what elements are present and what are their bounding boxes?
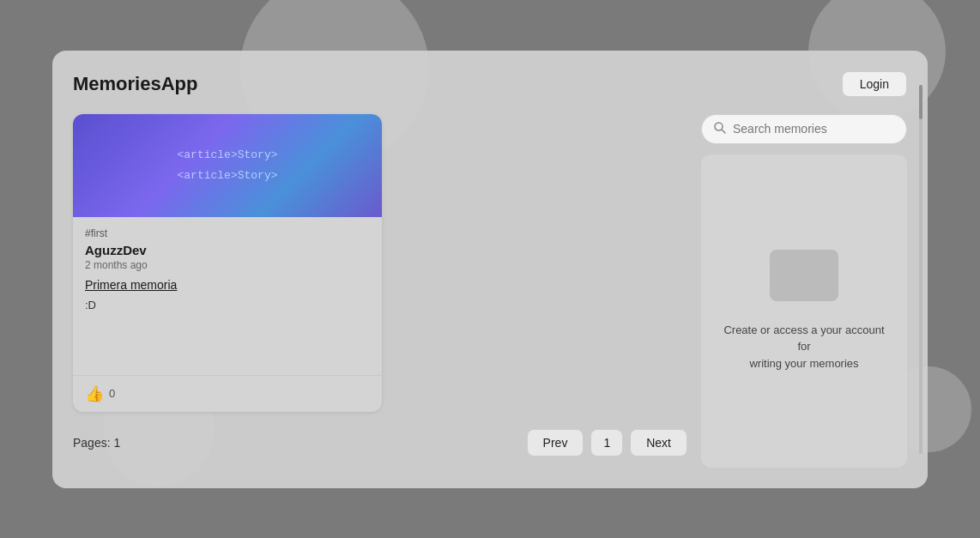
card-time: 2 months ago: [85, 259, 370, 271]
page-number-1[interactable]: 1: [590, 429, 623, 456]
sidebar: Create or access a your account for writ…: [701, 114, 907, 468]
scrollbar-track: [919, 85, 923, 454]
body-layout: <article>Story><article>Story> #first Ag…: [73, 114, 907, 468]
account-panel: Create or access a your account for writ…: [701, 154, 907, 468]
search-icon: [714, 122, 726, 136]
card-body: #first AguzzDev 2 months ago Primera mem…: [73, 217, 382, 375]
pagination: Pages: 1 Prev 1 Next: [73, 429, 687, 456]
memory-card: <article>Story><article>Story> #first Ag…: [73, 114, 382, 412]
card-image-overlay: <article>Story><article>Story>: [177, 145, 277, 185]
header: MemoriesApp Login: [73, 71, 907, 97]
card-title[interactable]: Primera memoria: [85, 278, 370, 292]
scrollbar-thumb: [919, 85, 923, 119]
card-description: :D: [85, 299, 370, 311]
svg-point-0: [715, 123, 723, 130]
main-content: <article>Story><article>Story> #first Ag…: [73, 114, 687, 468]
pages-label: Pages: 1: [73, 436, 120, 450]
search-box: [701, 114, 907, 144]
like-icon[interactable]: 👍: [85, 384, 104, 403]
next-button[interactable]: Next: [630, 429, 687, 456]
card-image: <article>Story><article>Story>: [73, 114, 382, 217]
svg-line-1: [722, 130, 725, 133]
card-tag: #first: [85, 227, 370, 239]
search-input[interactable]: [733, 122, 894, 136]
card-footer: 👍 0: [73, 375, 382, 412]
prev-button[interactable]: Prev: [527, 429, 584, 456]
app-title: MemoriesApp: [73, 73, 197, 95]
login-button[interactable]: Login: [842, 71, 907, 97]
like-count: 0: [109, 387, 115, 400]
account-panel-message: Create or access a your account for writ…: [718, 322, 890, 372]
card-author: AguzzDev: [85, 243, 370, 257]
main-modal: MemoriesApp Login <article>Story><articl…: [52, 51, 928, 488]
account-panel-image: [770, 250, 838, 301]
